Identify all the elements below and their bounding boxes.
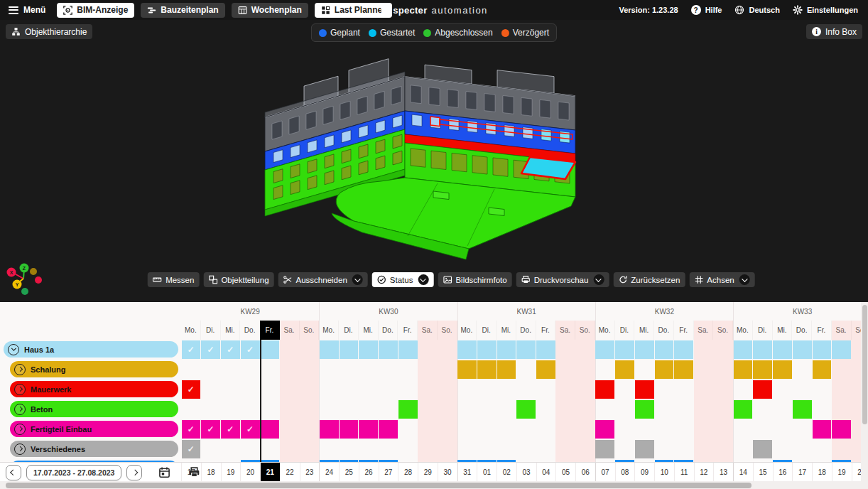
chevron-down-icon[interactable] bbox=[739, 274, 750, 285]
gantt-cell[interactable] bbox=[457, 340, 477, 359]
gantt-cell[interactable] bbox=[595, 420, 614, 439]
gantt-cell[interactable] bbox=[320, 340, 339, 359]
language-button[interactable]: Deutsch bbox=[734, 5, 779, 15]
menu-button[interactable]: Menü bbox=[9, 5, 45, 15]
gantt-cell[interactable] bbox=[734, 340, 753, 359]
gantt-cell[interactable]: ✓ bbox=[241, 420, 260, 439]
tab-wochenplan[interactable]: Wochenplan bbox=[232, 3, 308, 18]
gantt-cell[interactable] bbox=[635, 340, 654, 359]
gantt-row-pill-fertigteil-einbau[interactable]: Fertigteil Einbau bbox=[10, 421, 178, 437]
gantt-cell[interactable] bbox=[477, 360, 497, 379]
gantt-cell[interactable] bbox=[813, 340, 832, 359]
next-range-button[interactable] bbox=[126, 465, 142, 480]
axis-gizmo[interactable]: Z X Y bbox=[3, 262, 47, 299]
gantt-cell[interactable] bbox=[674, 360, 693, 379]
tool-achsen[interactable]: Achsen bbox=[689, 272, 754, 287]
gantt-cell[interactable] bbox=[655, 340, 674, 359]
gantt-cell[interactable] bbox=[536, 360, 555, 379]
bim-3d-model[interactable] bbox=[254, 55, 595, 272]
horizontal-scrollbar-thumb[interactable] bbox=[6, 483, 752, 488]
chevron-down-icon[interactable] bbox=[352, 274, 363, 285]
gantt-cell[interactable] bbox=[753, 380, 772, 399]
gantt-cell[interactable] bbox=[793, 400, 812, 419]
gantt-cell[interactable]: ✓ bbox=[182, 420, 201, 439]
gantt-cell[interactable] bbox=[398, 400, 418, 419]
gantt-cell[interactable]: ✓ bbox=[201, 420, 220, 439]
gantt-cell[interactable]: ✓ bbox=[182, 380, 201, 399]
gantt-row-pill-schalung[interactable]: Schalung bbox=[10, 361, 178, 377]
gantt-cell[interactable] bbox=[359, 340, 378, 359]
vertical-scrollbar-thumb[interactable] bbox=[862, 305, 867, 424]
gantt-cell[interactable]: ✓ bbox=[182, 340, 201, 359]
gantt-row-pill-beton[interactable]: Beton bbox=[10, 401, 178, 417]
gantt-cell[interactable] bbox=[832, 420, 851, 439]
chevron-right-icon[interactable] bbox=[14, 404, 26, 415]
calendar-icon[interactable] bbox=[158, 466, 170, 478]
chevron-down-icon[interactable] bbox=[8, 344, 19, 355]
chevron-right-icon[interactable] bbox=[14, 384, 26, 395]
tool-zur-cksetzen[interactable]: Zurücksetzen bbox=[613, 272, 685, 287]
gantt-cell[interactable] bbox=[615, 360, 634, 379]
gantt-cell[interactable] bbox=[813, 420, 832, 439]
gantt-cell[interactable] bbox=[398, 340, 418, 359]
gantt-cell[interactable] bbox=[595, 380, 614, 399]
tool-messen[interactable]: Messen bbox=[148, 272, 199, 287]
gantt-cell[interactable]: ✓ bbox=[221, 420, 240, 439]
gantt-row-pill-mauerwerk[interactable]: Mauerwerk bbox=[10, 381, 178, 397]
gantt-cell[interactable] bbox=[477, 340, 497, 359]
gantt-cell[interactable] bbox=[635, 400, 654, 419]
chevron-right-icon[interactable] bbox=[14, 444, 26, 455]
help-button[interactable]: ? Hilfe bbox=[691, 5, 722, 15]
gantt-cell[interactable]: ✓ bbox=[221, 340, 240, 359]
gantt-cell[interactable] bbox=[261, 420, 280, 439]
gantt-cell[interactable] bbox=[379, 420, 398, 439]
date-range-field[interactable]: 17.07.2023 - 27.08.2023 bbox=[26, 465, 121, 480]
gantt-cell[interactable] bbox=[655, 360, 674, 379]
gantt-cell[interactable] bbox=[635, 440, 654, 458]
object-hierarchy-button[interactable]: Objekthierarchie bbox=[6, 24, 92, 39]
bim-viewport[interactable]: Objekthierarchie GeplantGestartetAbgesch… bbox=[0, 20, 868, 302]
chevron-right-icon[interactable] bbox=[14, 424, 26, 435]
gantt-cell[interactable] bbox=[773, 360, 792, 379]
gantt-cell[interactable] bbox=[753, 360, 772, 379]
chevron-right-icon[interactable] bbox=[14, 364, 26, 375]
gantt-cell[interactable] bbox=[536, 340, 555, 359]
tool-druckvorschau[interactable]: Druckvorschau bbox=[516, 272, 609, 287]
chevron-down-icon[interactable] bbox=[418, 274, 428, 285]
gantt-cell[interactable] bbox=[595, 440, 614, 458]
chevron-down-icon[interactable] bbox=[593, 274, 604, 285]
gantt-cell[interactable] bbox=[516, 400, 536, 419]
gantt-cell[interactable] bbox=[340, 420, 359, 439]
gantt-cell[interactable] bbox=[753, 440, 772, 458]
gantt-cell[interactable]: ✓ bbox=[201, 340, 220, 359]
tool-bildschirmfoto[interactable]: Bildschirmfoto bbox=[438, 272, 511, 287]
gantt-cell[interactable] bbox=[359, 420, 378, 439]
gantt-cell[interactable] bbox=[516, 340, 536, 359]
gantt-row-pill-verschiedenes[interactable]: Verschiedenes bbox=[10, 441, 178, 457]
gantt-cell[interactable]: ✓ bbox=[241, 340, 260, 359]
gantt-cell[interactable] bbox=[320, 420, 339, 439]
gantt-cell[interactable] bbox=[773, 340, 792, 359]
gantt-cell[interactable] bbox=[497, 360, 516, 379]
gantt-cell[interactable] bbox=[734, 360, 753, 379]
gantt-cell[interactable] bbox=[457, 360, 477, 379]
gantt-cell[interactable] bbox=[674, 340, 693, 359]
tool-objektteilung[interactable]: Objektteilung bbox=[203, 272, 273, 287]
settings-button[interactable]: Einstellungen bbox=[793, 5, 858, 15]
gantt-cell[interactable] bbox=[832, 340, 851, 359]
tool-status[interactable]: Status bbox=[372, 272, 434, 287]
tab-bauzeitenplan[interactable]: Bauzeitenplan bbox=[141, 3, 224, 18]
gantt-cell[interactable] bbox=[793, 340, 812, 359]
gantt-cell[interactable] bbox=[813, 360, 832, 379]
gantt-cell[interactable]: ✓ bbox=[182, 440, 201, 458]
gantt-row-pill-haus-1a[interactable]: Haus 1a bbox=[4, 341, 178, 358]
gantt-cell[interactable] bbox=[261, 340, 280, 359]
tab-bim-anzeige[interactable]: BIM-Anzeige bbox=[57, 3, 134, 18]
gantt-cell[interactable] bbox=[497, 340, 516, 359]
gantt-cell[interactable] bbox=[379, 340, 398, 359]
gantt-cell[interactable] bbox=[595, 340, 614, 359]
info-box-button[interactable]: i Info Box bbox=[806, 24, 862, 39]
tool-ausschneiden[interactable]: Ausschneiden bbox=[278, 272, 368, 287]
gantt-cell[interactable] bbox=[340, 340, 359, 359]
gantt-cell[interactable] bbox=[734, 400, 753, 419]
